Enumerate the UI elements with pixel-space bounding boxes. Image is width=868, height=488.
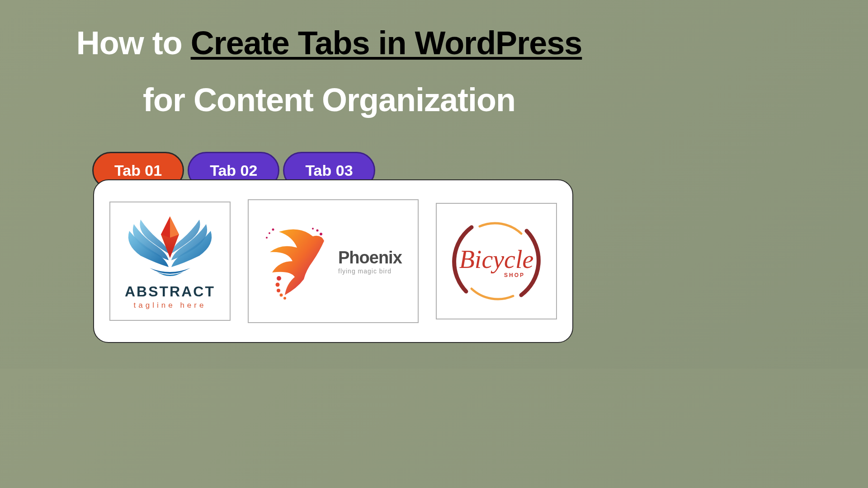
svg-point-1 <box>280 294 283 297</box>
svg-point-7 <box>312 228 314 230</box>
bicycle-shop-icon: Bicycle SHOP <box>444 209 548 313</box>
phoenix-bird-icon <box>254 216 335 306</box>
svg-point-10 <box>266 237 268 239</box>
svg-point-6 <box>316 230 319 232</box>
heading-line2: for Content Organization <box>0 80 658 120</box>
phoenix-logo-tagline: flying magic bird <box>338 267 402 275</box>
abstract-wings-icon <box>118 213 222 281</box>
abstract-logo-title: ABSTRACT <box>125 283 215 300</box>
svg-point-3 <box>276 283 280 287</box>
heading-emphasis: Create Tabs in WordPress <box>191 25 582 61</box>
svg-point-9 <box>269 232 270 234</box>
svg-point-4 <box>277 276 281 281</box>
abstract-logo-tagline: tagline here <box>134 301 207 310</box>
logo-card-abstract: ABSTRACT tagline here <box>109 202 231 321</box>
svg-point-0 <box>283 297 286 300</box>
logo-card-bicycle: Bicycle SHOP <box>436 203 557 319</box>
tab-content-panel: ABSTRACT tagline here <box>93 179 573 343</box>
svg-point-2 <box>277 289 280 292</box>
tab-label: Tab 02 <box>210 162 257 179</box>
tab-label: Tab 03 <box>305 162 353 179</box>
phoenix-logo-title: Phoenix <box>338 248 402 267</box>
bicycle-logo-title: Bicycle <box>459 245 534 273</box>
page-heading: How to Create Tabs in WordPress for Cont… <box>0 0 658 120</box>
tab-label: Tab 01 <box>114 162 162 179</box>
svg-point-8 <box>272 229 274 231</box>
logo-card-phoenix: Phoenix flying magic bird <box>248 199 419 323</box>
heading-prefix: How to <box>76 25 191 61</box>
svg-point-5 <box>320 233 322 235</box>
bicycle-logo-subtitle: SHOP <box>504 272 525 278</box>
